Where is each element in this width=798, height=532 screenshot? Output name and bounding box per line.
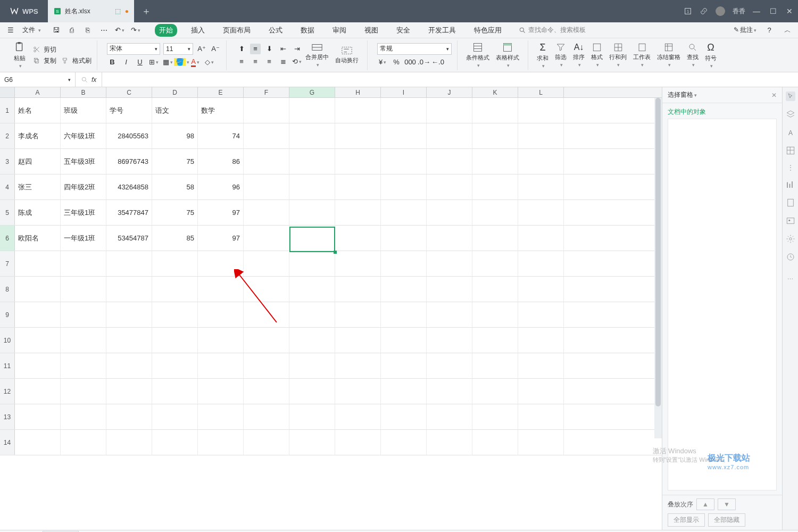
rail-more[interactable]: … [787, 273, 794, 281]
cell-E3[interactable]: 86 [198, 149, 244, 174]
align-left-icon[interactable]: ≡ [236, 56, 247, 67]
cell-L5[interactable] [518, 200, 564, 225]
cell-I6[interactable] [381, 226, 427, 251]
maximize-icon[interactable]: ☐ [770, 7, 777, 15]
cell-D14[interactable] [152, 430, 198, 455]
cell-E13[interactable] [198, 404, 244, 429]
cell-G3[interactable] [289, 149, 335, 174]
cell-F1[interactable] [244, 98, 289, 123]
rowhdr-11[interactable]: 11 [0, 353, 15, 378]
rowhdr-6[interactable]: 6 [0, 226, 15, 251]
col-B[interactable]: B [61, 87, 106, 97]
cell-D2[interactable]: 98 [152, 123, 198, 148]
merge-center-button[interactable]: 合并居中 [302, 41, 332, 69]
cell-I7[interactable] [381, 251, 427, 276]
paste-button[interactable]: 粘贴 [11, 40, 29, 70]
cell-L9[interactable] [518, 302, 564, 327]
cell-I8[interactable] [381, 277, 427, 302]
thousands-icon[interactable]: 000 [405, 57, 415, 68]
cell-L10[interactable] [518, 328, 564, 353]
name-box[interactable]: G6▾ [0, 72, 76, 87]
cell-B14[interactable] [61, 430, 106, 455]
indent-decrease-icon[interactable]: ⇤ [278, 44, 288, 54]
cell-H10[interactable] [335, 328, 381, 353]
cell-B5[interactable]: 三年级1班 [61, 200, 106, 225]
cell-C4[interactable]: 43264858 [106, 174, 152, 200]
cell-A11[interactable] [15, 353, 61, 378]
cell-H13[interactable] [335, 404, 381, 429]
cell-E11[interactable] [198, 353, 244, 378]
italic-button[interactable]: I [121, 57, 131, 68]
cell-K9[interactable] [472, 302, 518, 327]
cell-K11[interactable] [472, 353, 518, 378]
rowhdr-5[interactable]: 5 [0, 200, 15, 225]
cell-F4[interactable] [244, 174, 289, 200]
cell-E12[interactable] [198, 379, 244, 404]
cut-button[interactable]: 剪切 [33, 45, 92, 54]
cell-A14[interactable] [15, 430, 61, 455]
cell-K3[interactable] [472, 149, 518, 174]
cell-E10[interactable] [198, 328, 244, 353]
cell-D9[interactable] [152, 302, 198, 327]
cell-H9[interactable] [335, 302, 381, 327]
align-right-icon[interactable]: ≡ [264, 56, 275, 67]
cell-A10[interactable] [15, 328, 61, 353]
cell-F8[interactable] [244, 277, 289, 302]
justify-icon[interactable]: ≣ [278, 56, 288, 67]
cell-H11[interactable] [335, 353, 381, 378]
cell-C14[interactable] [106, 430, 152, 455]
rowhdr-14[interactable]: 14 [0, 430, 15, 455]
align-top-icon[interactable]: ⬆ [236, 44, 247, 54]
format-painter-button[interactable]: 格式刷 [62, 56, 92, 65]
cell-K8[interactable] [472, 277, 518, 302]
align-middle-icon[interactable]: ≡ [250, 44, 261, 54]
cell-D11[interactable] [152, 353, 198, 378]
col-D[interactable]: D [152, 87, 198, 97]
cell-D13[interactable] [152, 404, 198, 429]
redo-icon[interactable]: ↷ [130, 25, 141, 36]
cell-J14[interactable] [427, 430, 472, 455]
cell-C2[interactable]: 28405563 [106, 123, 152, 148]
collapse-ribbon-icon[interactable]: ︿ [782, 25, 793, 36]
cell-F7[interactable] [244, 251, 289, 276]
col-F[interactable]: F [244, 87, 289, 97]
rail-dots[interactable]: ⋮ [787, 164, 794, 171]
cell-E5[interactable]: 97 [198, 200, 244, 225]
cell-J5[interactable] [427, 200, 472, 225]
copy-button[interactable]: 复制 [33, 56, 56, 65]
sort-button[interactable]: A↓排序 [570, 41, 588, 69]
cell-C3[interactable]: 86976743 [106, 149, 152, 174]
formula-input[interactable] [102, 72, 798, 87]
cell-A2[interactable]: 李成名 [15, 123, 61, 148]
layers-icon[interactable] [786, 110, 795, 119]
gear-icon[interactable] [786, 234, 795, 244]
cell-E4[interactable]: 96 [198, 174, 244, 200]
cell-B8[interactable] [61, 277, 106, 302]
cell-C13[interactable] [106, 404, 152, 429]
cell-L7[interactable] [518, 251, 564, 276]
cell-L14[interactable] [518, 430, 564, 455]
tab-devtools[interactable]: 开发工具 [424, 24, 460, 37]
cell-F9[interactable] [244, 302, 289, 327]
cell-C1[interactable]: 学号 [106, 98, 152, 123]
select-all-corner[interactable] [0, 87, 15, 97]
undo-icon[interactable]: ↶ [114, 25, 125, 36]
cell-K1[interactable] [472, 98, 518, 123]
cell-E9[interactable] [198, 302, 244, 327]
cell-E8[interactable] [198, 277, 244, 302]
sheet-area[interactable]: A B C D E F G H I J K L 1姓名班级学号语文数学2李成名六… [0, 87, 662, 530]
cell-H2[interactable] [335, 123, 381, 148]
cell-H8[interactable] [335, 277, 381, 302]
move-up-button[interactable]: ▲ [696, 498, 714, 510]
cell-D7[interactable] [152, 251, 198, 276]
cell-D4[interactable]: 58 [152, 174, 198, 200]
col-I[interactable]: I [381, 87, 427, 97]
tab-view[interactable]: 视图 [360, 24, 383, 37]
save-icon[interactable]: 🖫 [51, 25, 61, 36]
cell-I2[interactable] [381, 123, 427, 148]
cell-A4[interactable]: 张三 [15, 174, 61, 200]
cell-I13[interactable] [381, 404, 427, 429]
cell-J10[interactable] [427, 328, 472, 353]
cell-D10[interactable] [152, 328, 198, 353]
cell-K4[interactable] [472, 174, 518, 200]
